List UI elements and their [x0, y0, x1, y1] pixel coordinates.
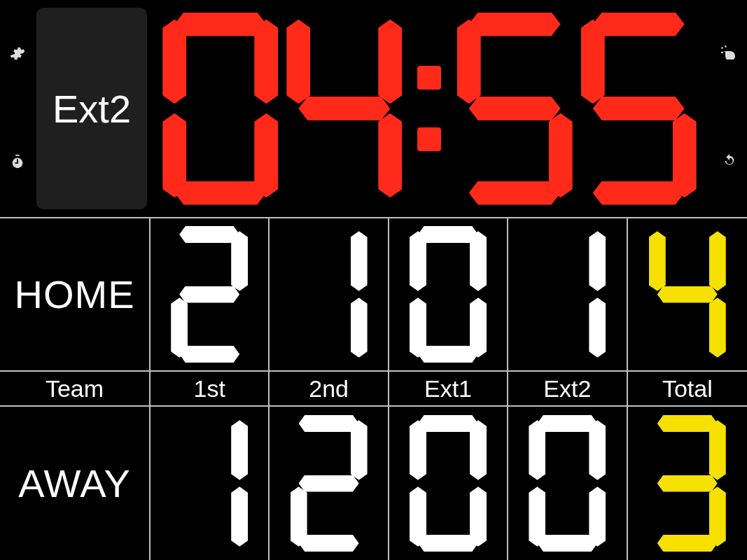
game-clock[interactable] [147, 0, 712, 217]
home-2nd[interactable] [270, 218, 389, 372]
score-grid: HOME Team 1st 2nd Ext1 Ext2 Total AWAY [0, 217, 747, 560]
refresh-icon[interactable] [722, 153, 737, 172]
away-1st[interactable] [151, 407, 270, 560]
right-controls [712, 0, 747, 217]
away-ext1[interactable] [389, 407, 508, 560]
header-team: Team [0, 372, 151, 407]
header-2nd: 2nd [270, 372, 389, 407]
stopwatch-icon[interactable] [10, 154, 25, 172]
away-ext2[interactable] [508, 407, 627, 560]
home-1st[interactable] [151, 218, 270, 372]
home-total[interactable] [628, 218, 747, 372]
header-1st: 1st [151, 372, 270, 407]
home-team-label[interactable]: HOME [0, 218, 151, 372]
period-selector[interactable]: Ext2 [36, 8, 147, 209]
home-ext1[interactable] [389, 218, 508, 372]
home-ext2[interactable] [508, 218, 627, 372]
header-total: Total [628, 372, 747, 407]
away-total[interactable] [628, 407, 747, 560]
whistle-icon[interactable] [721, 46, 738, 62]
clock-area: Ext2 [0, 0, 747, 217]
header-ext2: Ext2 [508, 372, 627, 407]
period-label: Ext2 [53, 86, 131, 132]
gear-icon[interactable] [10, 46, 25, 64]
left-controls [0, 0, 35, 217]
header-ext1: Ext1 [389, 372, 508, 407]
away-2nd[interactable] [270, 407, 389, 560]
away-team-label[interactable]: AWAY [0, 407, 151, 560]
